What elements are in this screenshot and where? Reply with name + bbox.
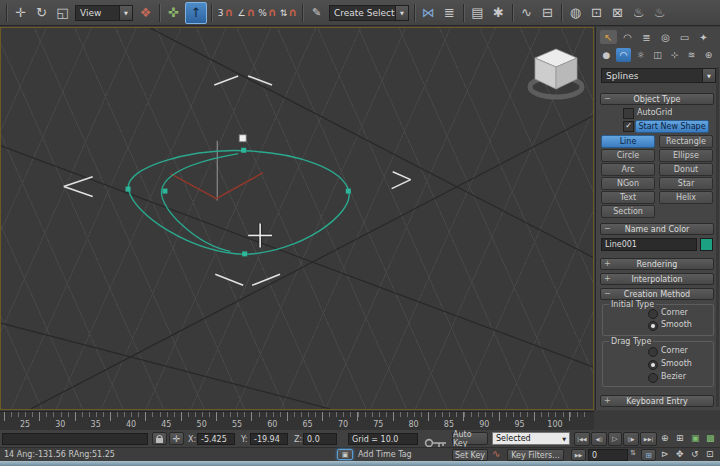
rollout-name-and-color[interactable]: − Name and Color [600, 223, 714, 235]
rollout-interpolation[interactable]: + Interpolation [600, 273, 714, 285]
coord-y-field[interactable]: -19.94 [250, 433, 288, 445]
spline-curve-outer[interactable] [128, 151, 349, 255]
zoom-extents-icon[interactable]: ▣ [691, 433, 700, 443]
use-pivot-center-icon[interactable]: ❖ [136, 3, 155, 23]
zoom-extents-all-icon[interactable]: ▩ [706, 433, 715, 443]
next-frame-button[interactable]: ||▶ [623, 432, 639, 446]
tab-utilities[interactable]: ✦ [695, 30, 712, 44]
set-key-button[interactable]: Set Key [452, 449, 488, 461]
key-mode-toggle[interactable]: ▶▶ [571, 449, 586, 461]
drag-bezier-radio[interactable] [648, 373, 658, 383]
tab-motion[interactable]: ◎ [657, 30, 674, 44]
spline-curve-inner[interactable] [161, 154, 238, 252]
autogrid-checkbox[interactable] [623, 108, 634, 119]
align-icon[interactable]: ≣ [440, 3, 459, 23]
chevron-down-icon[interactable]: ▼ [702, 69, 715, 82]
auto-key-button[interactable]: Auto Key [452, 432, 488, 445]
prompt-line-toggle-icon[interactable]: ▣ [337, 449, 353, 460]
time-configuration-icon[interactable]: ⊞ [641, 449, 656, 461]
object-type-donut-button[interactable]: Donut [659, 163, 713, 176]
initial-corner-radio[interactable] [648, 309, 658, 319]
object-type-arc-button[interactable]: Arc [601, 163, 655, 176]
category-geometry-icon[interactable]: ● [599, 48, 614, 62]
start-new-shape-checkbox[interactable]: ✓ [623, 121, 634, 132]
object-type-circle-button[interactable]: Circle [601, 149, 655, 162]
maximize-viewport-icon[interactable]: ⊡ [706, 449, 714, 459]
graphite-toolbox-icon[interactable]: ✱ [489, 3, 508, 23]
material-editor-icon[interactable]: ◍ [566, 3, 585, 23]
absolute-mode-transform-icon[interactable]: ✛ [169, 432, 184, 445]
render-production-teapot-icon[interactable]: ♨ [629, 3, 648, 23]
category-helpers-icon[interactable]: ⊹ [667, 48, 682, 62]
selection-filter-dropdown[interactable]: Selected ▼ [492, 432, 570, 445]
keyboard-override-toggle[interactable]: ↑ [185, 2, 207, 24]
category-shapes-icon[interactable]: ◠ [616, 48, 631, 62]
snaps-toggle-3d-icon[interactable]: 3∩ [216, 3, 235, 23]
timeline-ruler[interactable]: 253035404550556065707580859095100 [0, 411, 594, 432]
rendered-frame-window-icon[interactable]: ⊠ [608, 3, 627, 23]
previous-frame-button[interactable]: ◀|| [591, 432, 607, 446]
percent-snap-icon[interactable]: %∩ [258, 3, 277, 23]
go-to-start-button[interactable]: |◀◀ [574, 432, 590, 446]
drag-corner-radio[interactable] [648, 347, 658, 357]
coord-z-field[interactable]: 0.0 [303, 433, 337, 445]
start-new-shape-button[interactable]: Start New Shape [635, 120, 709, 133]
spinner-snap-icon[interactable]: ⇅∩ [279, 3, 298, 23]
object-type-star-button[interactable]: Star [659, 177, 713, 190]
render-iterative-teapot-icon[interactable]: ♨ [650, 3, 669, 23]
play-button[interactable]: ▷ [608, 432, 622, 446]
category-cameras-icon[interactable]: ◫ [650, 48, 665, 62]
named-selection-set-dropdown[interactable]: Create Selection Se ▼ [329, 5, 409, 21]
select-manipulate-icon[interactable]: ✜ [164, 3, 183, 23]
rollout-object-type[interactable]: − Object Type [600, 93, 714, 105]
coord-x-field[interactable]: -5.425 [197, 433, 235, 445]
object-type-text-button[interactable]: Text [601, 191, 655, 204]
schematic-view-icon[interactable]: ⊟ [538, 3, 557, 23]
category-lights-icon[interactable]: ☼ [633, 48, 648, 62]
add-time-tag[interactable]: Add Time Tag [358, 450, 412, 459]
current-vertex[interactable] [239, 135, 246, 142]
render-setup-icon[interactable]: ⊡ [587, 3, 606, 23]
object-color-swatch[interactable] [700, 238, 713, 251]
key-filters-button[interactable]: Key Filters... [507, 449, 564, 461]
rollout-creation-method[interactable]: − Creation Method [600, 288, 714, 300]
zoom-tool-icon[interactable]: ⊕ [661, 433, 669, 443]
category-spacewarps-icon[interactable]: ≋ [684, 48, 699, 62]
tab-display[interactable]: ▭ [676, 30, 693, 44]
frame-spinner[interactable]: ⇅ [630, 449, 636, 457]
rollout-rendering[interactable]: + Rendering [600, 258, 714, 270]
select-scale-icon[interactable]: ◱ [53, 3, 72, 23]
chevron-down-icon[interactable]: ▼ [562, 436, 566, 442]
rollout-keyboard-entry[interactable]: + Keyboard Entry [600, 395, 714, 407]
select-rotate-icon[interactable]: ↻ [32, 3, 51, 23]
chevron-down-icon[interactable]: ▼ [119, 6, 132, 20]
go-to-end-button[interactable]: ▶▶| [640, 432, 657, 446]
tab-create[interactable]: ↖ [600, 30, 617, 44]
object-type-ngon-button[interactable]: NGon [601, 177, 655, 190]
category-systems-icon[interactable]: ⊛ [701, 48, 716, 62]
select-move-icon[interactable]: ✛ [11, 3, 30, 23]
orbit-icon[interactable]: ↺ [691, 449, 699, 459]
drag-smooth-radio[interactable] [648, 360, 658, 370]
maxscript-mini-listener[interactable] [2, 433, 148, 445]
viewcube[interactable] [525, 42, 587, 102]
initial-smooth-radio[interactable] [648, 321, 658, 331]
zoom-all-icon[interactable]: ⊞ [676, 433, 684, 443]
object-type-helix-button[interactable]: Helix [659, 191, 713, 204]
reference-coordinate-dropdown[interactable]: View ▼ [75, 5, 133, 21]
field-of-view-icon[interactable]: ⊳ [661, 449, 669, 459]
current-frame-field[interactable]: 0 [588, 449, 628, 461]
pan-hand-icon[interactable]: ✥ [676, 449, 684, 459]
tab-hierarchy[interactable]: ≣ [638, 30, 655, 44]
set-key-filters-curve-icon[interactable]: ∿ [492, 448, 500, 459]
layer-manager-icon[interactable]: ▤ [468, 3, 487, 23]
lock-selection-icon[interactable] [152, 432, 167, 445]
angle-snap-icon[interactable]: ∠∩ [237, 3, 256, 23]
chevron-down-icon[interactable]: ▼ [395, 6, 408, 20]
panel-scrollbar[interactable] [716, 67, 719, 407]
object-type-section-button[interactable]: Section [601, 205, 655, 218]
tab-modify[interactable]: ◠ [619, 30, 636, 44]
object-type-line-button[interactable]: Line [601, 135, 655, 148]
perspective-viewport[interactable] [0, 27, 594, 410]
curve-editor-icon[interactable]: ∿ [517, 3, 536, 23]
